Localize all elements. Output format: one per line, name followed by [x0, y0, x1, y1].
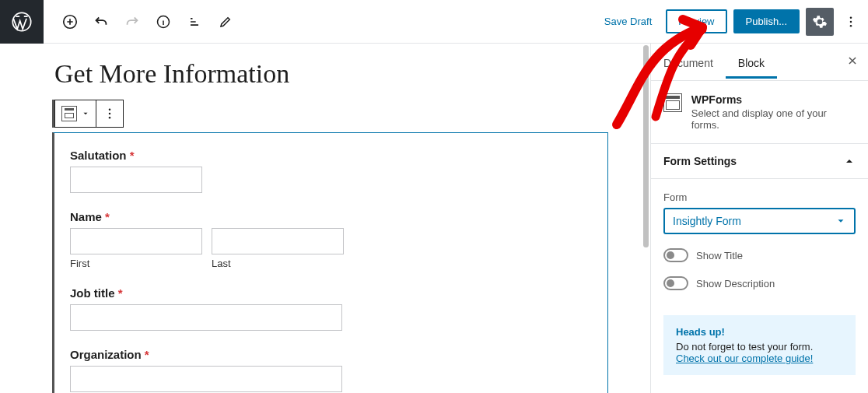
svg-point-3 [850, 16, 852, 19]
wpforms-icon [61, 106, 77, 121]
block-card: WPForms Select and display one of your f… [651, 81, 868, 144]
close-icon [847, 55, 858, 66]
redo-button[interactable] [118, 8, 146, 36]
save-draft-button[interactable]: Save Draft [597, 9, 660, 33]
svg-point-8 [109, 117, 111, 119]
block-card-desc: Select and display one of your forms. [691, 107, 856, 131]
wordpress-icon [11, 11, 33, 33]
editor-topbar: Save Draft Preview Publish... [0, 0, 868, 44]
last-name-input[interactable] [212, 228, 344, 254]
show-description-label: Show Description [696, 278, 775, 289]
salutation-input[interactable] [70, 167, 202, 193]
name-label: Name * [70, 210, 592, 223]
preview-button[interactable]: Preview [666, 9, 726, 33]
editor-area: Get More Information Salutation * Name * [0, 44, 650, 393]
job-title-input[interactable] [70, 304, 342, 331]
close-sidebar-button[interactable] [837, 54, 868, 70]
form-settings-toggle[interactable]: Form Settings [651, 144, 868, 179]
show-title-label: Show Title [696, 250, 743, 261]
svg-point-7 [109, 113, 111, 115]
info-icon [156, 14, 171, 30]
svg-point-4 [850, 20, 852, 23]
first-name-input[interactable] [70, 228, 202, 254]
outline-button[interactable] [180, 8, 208, 36]
publish-button[interactable]: Publish... [733, 9, 800, 33]
settings-sidebar: Document Block WPForms Select and displa… [650, 44, 868, 393]
toolbar-left [44, 8, 240, 36]
organization-input[interactable] [70, 366, 342, 392]
info-button[interactable] [149, 8, 177, 36]
form-select-label: Form [663, 191, 856, 203]
show-title-toggle[interactable] [663, 248, 688, 262]
svg-point-5 [850, 24, 852, 26]
block-type-button[interactable] [54, 100, 96, 128]
plus-circle-icon [61, 13, 79, 30]
undo-button[interactable] [87, 8, 115, 36]
heads-up-notice: Heads up! Do not forget to test your for… [663, 315, 856, 375]
notice-text: Do not forget to test your form. [676, 341, 813, 353]
chevron-down-icon [82, 110, 89, 118]
dots-vertical-icon [844, 15, 858, 29]
more-options-button[interactable] [840, 8, 862, 36]
wpforms-block[interactable]: Salutation * Name * First Last Job [52, 132, 608, 393]
gear-icon [812, 14, 828, 30]
undo-icon [93, 13, 110, 30]
dots-vertical-icon [103, 107, 117, 121]
wpforms-icon [663, 93, 682, 112]
edit-button[interactable] [212, 8, 240, 36]
block-more-button[interactable] [96, 100, 124, 128]
notice-heading: Heads up! [676, 326, 843, 338]
first-name-sublabel: First [70, 258, 202, 269]
show-description-toggle[interactable] [663, 276, 688, 290]
block-card-title: WPForms [691, 93, 856, 106]
organization-label: Organization * [70, 348, 592, 361]
tab-document[interactable]: Document [651, 46, 726, 79]
scrollbar[interactable] [643, 45, 649, 247]
notice-link[interactable]: Check out our complete guide! [676, 353, 813, 364]
settings-button[interactable] [806, 8, 834, 36]
pencil-icon [219, 15, 233, 29]
tab-block[interactable]: Block [726, 46, 777, 79]
svg-point-6 [109, 108, 111, 111]
wp-logo[interactable] [0, 0, 44, 44]
chevron-down-icon [835, 216, 846, 226]
block-toolbar [52, 100, 650, 128]
salutation-label: Salutation * [70, 149, 592, 162]
redo-icon [124, 13, 141, 30]
add-block-button[interactable] [56, 8, 84, 36]
chevron-up-icon [843, 155, 856, 167]
toolbar-right: Save Draft Preview Publish... [597, 8, 862, 36]
list-icon [187, 14, 202, 30]
job-title-label: Job title * [70, 286, 592, 300]
last-name-sublabel: Last [212, 258, 344, 269]
form-select[interactable]: Insightly Form [663, 208, 856, 234]
page-title[interactable]: Get More Information [54, 59, 650, 89]
